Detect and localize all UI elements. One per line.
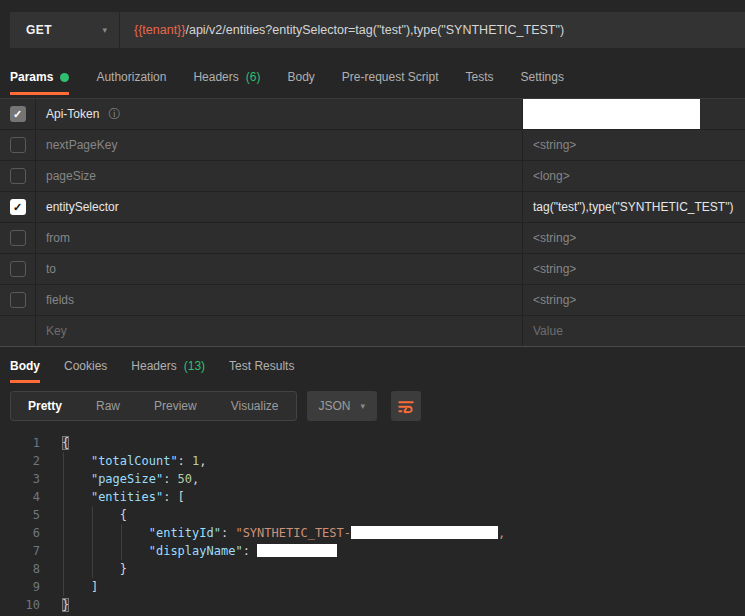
view-pretty[interactable]: Pretty	[11, 392, 79, 420]
param-key-cell[interactable]: pageSize	[36, 161, 523, 191]
info-icon: ⓘ	[108, 106, 120, 123]
param-value-cell[interactable]: <string>	[523, 254, 745, 284]
redacted-value	[523, 99, 700, 129]
tab-params[interactable]: Params	[10, 60, 69, 95]
line-number: 7	[0, 542, 40, 560]
param-value-cell[interactable]: <string>	[523, 285, 745, 315]
param-checkbox[interactable]: ✓	[10, 199, 26, 215]
wrap-line-icon	[397, 397, 415, 415]
code-line: 3 "pageSize": 50,	[0, 470, 745, 488]
param-row-pagesize: pageSize <long>	[0, 161, 745, 192]
param-key-cell[interactable]: from	[36, 223, 523, 253]
param-row-placeholder: Key Value	[0, 316, 745, 347]
line-number: 8	[0, 560, 40, 578]
param-row-entityselector: ✓ entitySelector tag("test"),type("SYNTH…	[0, 192, 745, 223]
code-line: 9 ]	[0, 578, 745, 596]
param-checkbox[interactable]	[10, 230, 26, 246]
param-row-nextpagekey: nextPageKey <string>	[0, 130, 745, 161]
response-tab-cookies[interactable]: Cookies	[64, 349, 107, 383]
param-checkbox[interactable]	[10, 137, 26, 153]
redacted-display-name	[257, 544, 337, 557]
code-line: 8 }	[0, 560, 745, 578]
tab-settings[interactable]: Settings	[521, 60, 564, 95]
response-tabs: Body Cookies Headers (13) Test Results	[10, 349, 745, 383]
params-table: ✓ Api-Token ⓘ nextPageKey <string> pageS…	[0, 98, 745, 347]
response-tab-test-results[interactable]: Test Results	[229, 349, 294, 383]
param-key-placeholder[interactable]: Key	[36, 316, 523, 346]
code-line: 7 "displayName":	[0, 542, 745, 560]
param-value-cell[interactable]: <long>	[523, 161, 745, 191]
code-line: 6 "entityId": "SYNTHETIC_TEST-,	[0, 524, 745, 542]
tab-pre-request-script[interactable]: Pre-request Script	[342, 60, 439, 95]
view-raw[interactable]: Raw	[79, 392, 137, 420]
response-tab-body[interactable]: Body	[10, 349, 40, 383]
headers-count: (6)	[246, 70, 261, 84]
param-row-to: to <string>	[0, 254, 745, 285]
response-tab-headers[interactable]: Headers (13)	[131, 349, 205, 383]
request-tabs: Params Authorization Headers (6) Body Pr…	[10, 60, 745, 95]
code-line: 4 "entities": [	[0, 488, 745, 506]
indent-guide	[92, 506, 93, 578]
response-headers-count: (13)	[184, 359, 205, 373]
code-line: 1 {	[0, 434, 745, 452]
response-toolbar: Pretty Raw Preview Visualize JSON ▾	[10, 391, 421, 421]
param-key-cell[interactable]: entitySelector	[36, 192, 523, 222]
params-active-dot	[60, 73, 69, 82]
param-key-cell[interactable]: nextPageKey	[36, 130, 523, 160]
line-number: 2	[0, 452, 40, 470]
method-dropdown[interactable]: GET ▾	[10, 12, 120, 48]
param-checkbox[interactable]	[10, 292, 26, 308]
line-number: 6	[0, 524, 40, 542]
view-preview[interactable]: Preview	[137, 392, 214, 420]
url-tenant-variable: {{tenant}}	[134, 23, 185, 37]
line-number: 5	[0, 506, 40, 524]
tab-authorization[interactable]: Authorization	[96, 60, 166, 95]
param-checkbox[interactable]	[10, 261, 26, 277]
url-path: /api/v2/entities?entitySelector=tag("tes…	[185, 23, 564, 37]
code-line: 10 }	[0, 596, 745, 614]
method-label: GET	[26, 23, 52, 37]
param-row-from: from <string>	[0, 223, 745, 254]
redacted-entity-id	[351, 526, 498, 539]
format-label: JSON	[319, 399, 351, 413]
line-number: 10	[0, 596, 40, 614]
param-value-placeholder[interactable]: Value	[523, 316, 745, 346]
line-number: 9	[0, 578, 40, 596]
param-checkbox[interactable]: ✓	[10, 106, 26, 122]
code-line: 5 {	[0, 506, 745, 524]
line-number: 4	[0, 488, 40, 506]
view-visualize[interactable]: Visualize	[214, 392, 296, 420]
view-mode-switch: Pretty Raw Preview Visualize	[10, 391, 297, 421]
param-row-fields: fields <string>	[0, 285, 745, 316]
response-body-editor: 1 { 2 "totalCount": 1, 3 "pageSize": 50,…	[0, 430, 745, 616]
param-checkbox[interactable]	[10, 168, 26, 184]
tab-body[interactable]: Body	[287, 60, 314, 95]
param-row-api-token: ✓ Api-Token ⓘ	[0, 99, 745, 130]
chevron-down-icon: ▾	[102, 25, 107, 35]
line-number: 3	[0, 470, 40, 488]
wrap-line-button[interactable]	[391, 391, 421, 421]
param-key-cell[interactable]: Api-Token ⓘ	[36, 99, 523, 129]
tab-headers[interactable]: Headers (6)	[193, 60, 260, 95]
indent-guide	[63, 452, 64, 596]
url-input[interactable]: {{tenant}}/api/v2/entities?entitySelecto…	[120, 12, 745, 48]
indent-guide	[121, 524, 122, 560]
param-value-cell[interactable]: tag("test"),type("SYNTHETIC_TEST")	[523, 192, 745, 222]
format-dropdown[interactable]: JSON ▾	[307, 391, 378, 421]
param-value-cell[interactable]	[523, 99, 745, 129]
code-line: 2 "totalCount": 1,	[0, 452, 745, 470]
request-url-bar: GET ▾ {{tenant}}/api/v2/entities?entityS…	[10, 12, 745, 48]
param-key-cell[interactable]: to	[36, 254, 523, 284]
param-key-cell[interactable]: fields	[36, 285, 523, 315]
param-value-cell[interactable]: <string>	[523, 223, 745, 253]
chevron-down-icon: ▾	[361, 401, 366, 411]
param-value-cell[interactable]: <string>	[523, 130, 745, 160]
tab-tests[interactable]: Tests	[466, 60, 494, 95]
line-number: 1	[0, 434, 40, 452]
